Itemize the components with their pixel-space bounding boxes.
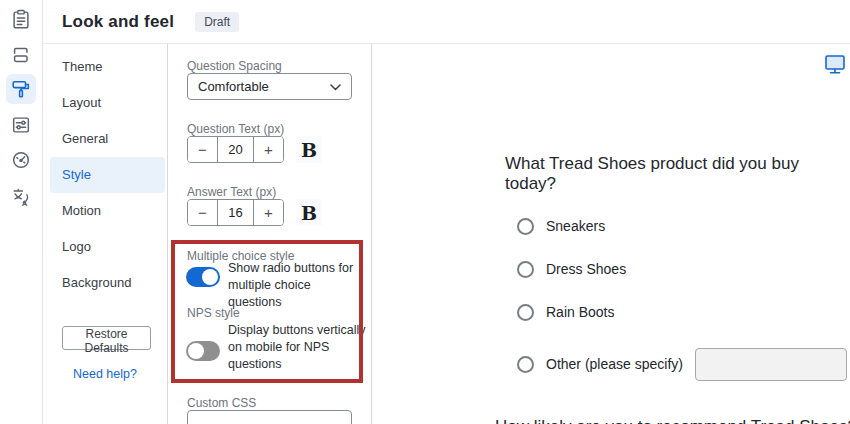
question-spacing-label: Question Spacing <box>187 59 282 73</box>
radio-button[interactable] <box>517 356 534 373</box>
look-and-feel-window: A Look and feel Draft Theme Layout Gener… <box>0 0 850 424</box>
question-spacing-select[interactable]: Comfortable <box>187 73 352 100</box>
option-label: Dress Shoes <box>546 261 626 277</box>
option-row-dress-shoes: Dress Shoes <box>517 260 850 278</box>
survey-preview-panel: What Tread Shoes product did you buy tod… <box>372 44 850 424</box>
option-row-rain-boots: Rain Boots <box>517 303 850 321</box>
nps-style-label: NPS style <box>187 306 240 320</box>
answer-text-decrease-button[interactable]: − <box>188 200 218 225</box>
restore-defaults-button[interactable]: Restore Defaults <box>62 326 151 350</box>
need-help-link[interactable]: Need help? <box>43 367 167 381</box>
question-text-bold-button[interactable]: B <box>296 136 322 163</box>
look-and-feel-nav: Theme Layout General Style Motion Logo B… <box>43 44 168 424</box>
nav-item-background[interactable]: Background <box>50 265 165 301</box>
option-label: Rain Boots <box>546 304 614 320</box>
option-label: Sneakers <box>546 218 605 234</box>
nav-item-theme[interactable]: Theme <box>50 49 165 85</box>
custom-css-label: Custom CSS <box>187 396 256 410</box>
question-text-value[interactable]: 20 <box>218 137 253 162</box>
page-title: Look and feel <box>62 12 174 32</box>
other-specify-input[interactable] <box>695 348 847 381</box>
question-text-stepper: − 20 + <box>187 136 284 163</box>
custom-css-input[interactable] <box>187 410 352 424</box>
nps-toggle[interactable] <box>186 341 220 361</box>
answer-text-stepper: − 16 + <box>187 199 284 226</box>
app-icon-rail: A <box>0 0 43 424</box>
desktop-preview-icon[interactable] <box>823 52 847 76</box>
answer-text-bold-button[interactable]: B <box>296 199 322 226</box>
question-spacing-value: Comfortable <box>198 79 269 94</box>
status-badge: Draft <box>195 12 239 32</box>
style-settings-panel: Question Spacing Comfortable Question Te… <box>168 44 372 424</box>
blocks-icon[interactable] <box>6 40 36 70</box>
multiple-choice-description: Show radio buttons for multiple choice q… <box>228 260 364 311</box>
nps-description: Display buttons vertically on mobile for… <box>228 322 368 373</box>
radio-button[interactable] <box>517 304 534 321</box>
toggle-knob <box>188 343 204 359</box>
answer-text-label: Answer Text (px) <box>187 185 276 199</box>
question-text-increase-button[interactable]: + <box>253 137 283 162</box>
answer-text-increase-button[interactable]: + <box>253 200 283 225</box>
question-text-label: Question Text (px) <box>187 122 284 136</box>
radio-button[interactable] <box>517 218 534 235</box>
translate-icon[interactable]: A <box>6 182 36 212</box>
paint-roller-icon[interactable] <box>6 74 36 104</box>
survey-options-icon[interactable] <box>6 110 36 140</box>
chevron-down-icon <box>330 79 341 94</box>
nav-item-motion[interactable]: Motion <box>50 193 165 229</box>
preview-question-title: What Tread Shoes product did you buy tod… <box>505 154 850 194</box>
toggle-knob <box>202 269 218 285</box>
nav-item-layout[interactable]: Layout <box>50 85 165 121</box>
nav-item-general[interactable]: General <box>50 121 165 157</box>
answer-text-value[interactable]: 16 <box>218 200 253 225</box>
svg-text:A: A <box>22 199 28 208</box>
option-row-other: Other (please specify) <box>517 355 850 373</box>
radio-button[interactable] <box>517 261 534 278</box>
next-question-clipped-text: How likely are you to recommend Tread Sh… <box>495 417 850 424</box>
nav-item-style[interactable]: Style <box>50 157 165 193</box>
nav-item-logo[interactable]: Logo <box>50 229 165 265</box>
dashboard-gauge-icon[interactable] <box>6 145 36 175</box>
multiple-choice-toggle[interactable] <box>186 267 220 287</box>
option-row-sneakers: Sneakers <box>517 217 850 235</box>
page-header: Look and feel Draft <box>43 0 850 44</box>
option-label: Other (please specify) <box>546 356 683 372</box>
survey-clipboard-icon[interactable] <box>6 4 36 34</box>
preview-question-block: What Tread Shoes product did you buy tod… <box>505 154 850 373</box>
question-text-decrease-button[interactable]: − <box>188 137 218 162</box>
